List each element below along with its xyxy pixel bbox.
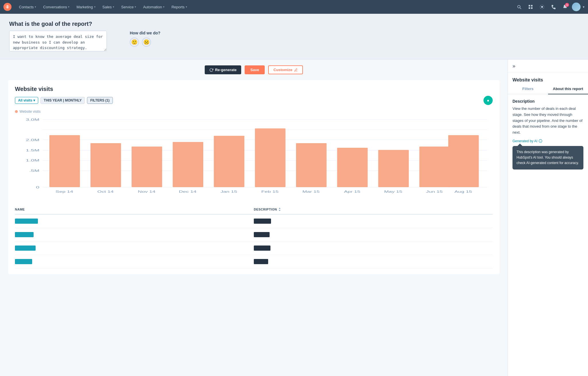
cell-desc — [254, 219, 493, 224]
avatar-chevron[interactable]: ▾ — [583, 5, 585, 9]
sidebar-title: Website visits — [508, 73, 588, 84]
nav-right: 1 ▾ — [514, 2, 585, 11]
chevron-down-icon: ▾ — [113, 5, 114, 8]
chevron-down-icon: ▾ — [33, 98, 35, 102]
desc-bar — [254, 259, 268, 264]
bar-chart-svg: 3.0M 2.0M 1.5M 1.0M .5M 0 Sep 14 Oct 14 — [15, 116, 493, 202]
cell-name — [15, 219, 254, 224]
phone-button[interactable] — [549, 2, 558, 11]
desc-bar — [254, 232, 270, 237]
svg-text:3.0M: 3.0M — [26, 118, 39, 122]
svg-rect-4 — [529, 7, 530, 9]
sad-face-button[interactable]: ☹️ — [142, 38, 151, 47]
svg-text:1.0M: 1.0M — [26, 159, 39, 163]
svg-text:Aug 15: Aug 15 — [454, 190, 472, 193]
chevron-down-icon: ▾ — [135, 5, 136, 8]
tab-filters[interactable]: Filters — [508, 84, 548, 94]
description-text: View the number of deals in each deal st… — [512, 106, 583, 136]
goal-row: I want to know the average deal size for… — [9, 31, 579, 51]
all-visits-filter[interactable]: All visits ▾ — [15, 97, 38, 104]
cell-desc — [254, 232, 493, 237]
chevron-down-icon: ▾ — [186, 5, 187, 8]
save-button[interactable]: Save — [245, 65, 265, 74]
page-container: What is the goal of the report? I want t… — [0, 14, 588, 376]
svg-text:0: 0 — [36, 185, 39, 189]
goal-textarea[interactable]: I want to know the average deal size for… — [9, 31, 107, 51]
settings-button[interactable] — [537, 2, 547, 11]
customize-button[interactable]: Customize — [268, 65, 303, 74]
report-sidebar: » Website visits Filters About this repo… — [508, 60, 588, 376]
ai-generated-link[interactable]: Generated by AI — [512, 139, 583, 143]
svg-rect-2 — [529, 5, 530, 6]
chevron-down-icon: ▾ — [35, 5, 36, 8]
info-icon — [539, 139, 542, 143]
hubspot-logo[interactable] — [3, 3, 11, 11]
chart-info-button[interactable]: ● — [483, 96, 493, 105]
description-title: Description — [512, 99, 583, 104]
sidebar-tabs: Filters About this report — [508, 84, 588, 94]
goal-title: What is the goal of the report? — [9, 21, 579, 27]
desc-bar — [254, 219, 271, 224]
svg-text:Jun 15: Jun 15 — [426, 190, 443, 193]
table-header: NAME DESCRIPTION — [15, 205, 493, 215]
nav-reports[interactable]: Reports ▾ — [169, 3, 190, 11]
svg-text:Mar 15: Mar 15 — [302, 190, 320, 193]
svg-text:Nov 14: Nov 14 — [138, 190, 156, 193]
svg-rect-20 — [49, 135, 80, 187]
user-avatar[interactable] — [572, 3, 581, 11]
svg-rect-3 — [531, 5, 533, 6]
svg-text:2.0M: 2.0M — [26, 138, 39, 142]
cell-name — [15, 232, 254, 237]
happy-face-button[interactable]: 🙂 — [130, 38, 139, 47]
svg-text:.5M: .5M — [29, 169, 39, 173]
svg-rect-22 — [90, 143, 121, 187]
svg-point-6 — [541, 6, 543, 8]
legend-dot — [15, 110, 18, 113]
svg-text:May 15: May 15 — [384, 190, 403, 193]
svg-rect-36 — [378, 150, 409, 187]
table-row — [15, 241, 493, 255]
feedback-label: How did we do? — [130, 31, 160, 35]
svg-text:Feb 15: Feb 15 — [261, 190, 279, 193]
nav-service[interactable]: Service ▾ — [118, 3, 139, 11]
svg-rect-26 — [173, 142, 203, 187]
bar-chart: 3.0M 2.0M 1.5M 1.0M .5M 0 Sep 14 Oct 14 — [15, 116, 493, 202]
chart-legend: Website visits — [15, 110, 493, 114]
name-bar — [15, 259, 32, 264]
feedback-icons: 🙂 ☹️ — [130, 38, 160, 47]
svg-text:1.5M: 1.5M — [26, 148, 39, 152]
chevron-down-icon: ▾ — [94, 5, 96, 8]
table-row — [15, 228, 493, 241]
regenerate-button[interactable]: Re-generate — [205, 65, 241, 74]
sidebar-content: Description View the number of deals in … — [508, 99, 588, 170]
nav-automation[interactable]: Automation ▾ — [140, 3, 167, 11]
nav-marketing[interactable]: Marketing ▾ — [74, 3, 98, 11]
svg-rect-28 — [214, 136, 244, 187]
search-button[interactable] — [514, 2, 524, 11]
svg-text:Sep 14: Sep 14 — [56, 190, 74, 193]
cell-name — [15, 246, 254, 251]
report-main: Re-generate Save Customize Website visit… — [0, 60, 508, 376]
ai-tooltip: This description was generated by HubSpo… — [512, 146, 583, 170]
sidebar-collapse-button[interactable]: » — [508, 60, 588, 73]
table-row — [15, 255, 493, 268]
nav-contacts[interactable]: Contacts ▾ — [16, 3, 39, 11]
notifications-button[interactable]: 1 — [560, 2, 570, 11]
table-row — [15, 215, 493, 228]
nav-sales[interactable]: Sales ▾ — [100, 3, 117, 11]
filters-count-tag[interactable]: FILTERS (1) — [87, 97, 113, 104]
goal-section: What is the goal of the report? I want t… — [0, 14, 588, 60]
svg-text:Dec 14: Dec 14 — [179, 190, 197, 193]
chevron-down-icon: ▾ — [68, 5, 69, 8]
tab-about-report[interactable]: About this report — [548, 84, 588, 94]
nav-conversations[interactable]: Conversations ▾ — [40, 3, 72, 11]
svg-point-1 — [7, 5, 8, 7]
col-desc-header[interactable]: DESCRIPTION — [254, 208, 493, 211]
apps-button[interactable] — [526, 2, 535, 11]
chart-filters: All visits ▾ THIS YEAR | MONTHLY FILTERS… — [15, 96, 493, 105]
name-bar — [15, 246, 36, 251]
nav-items: Contacts ▾ Conversations ▾ Marketing ▾ S… — [16, 3, 514, 11]
svg-rect-40 — [448, 135, 479, 187]
notification-badge: 1 — [565, 3, 569, 7]
svg-rect-5 — [531, 7, 533, 9]
